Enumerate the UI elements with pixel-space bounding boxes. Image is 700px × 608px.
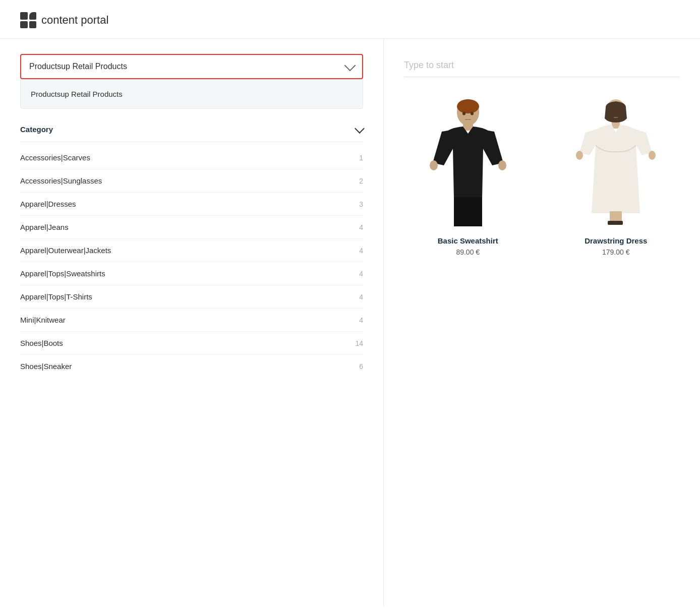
- right-panel: Basic Sweatshirt 89.00 €: [383, 39, 700, 606]
- svg-rect-16: [615, 211, 622, 222]
- product-name-1: Basic Sweatshirt: [438, 236, 498, 245]
- category-chevron-icon: [355, 124, 365, 134]
- logo-sq-2: [29, 12, 37, 20]
- category-item[interactable]: Apparel|Outerwear|Jackets 4: [20, 239, 363, 262]
- logo-sq-1: [20, 12, 28, 20]
- logo-icon: [20, 12, 36, 28]
- category-item[interactable]: Accessories|Scarves 1: [20, 146, 363, 169]
- svg-rect-18: [615, 221, 623, 225]
- category-item-count: 2: [359, 177, 363, 185]
- product-card[interactable]: Basic Sweatshirt 89.00 €: [404, 97, 532, 256]
- logo-sq-4: [29, 21, 37, 29]
- search-input[interactable]: [404, 54, 680, 77]
- category-item[interactable]: Apparel|Tops|Sweatshirts 4: [20, 262, 363, 285]
- category-item-count: 4: [359, 316, 363, 324]
- svg-point-9: [471, 112, 474, 115]
- svg-point-19: [612, 111, 614, 114]
- svg-point-4: [498, 160, 506, 170]
- category-list: Accessories|Scarves 1 Accessories|Sungla…: [20, 146, 363, 378]
- svg-point-3: [430, 160, 438, 170]
- category-item-label: Accessories|Sunglasses: [20, 176, 102, 185]
- logo-sq-3: [20, 21, 28, 29]
- category-item-count: 4: [359, 223, 363, 231]
- category-item-label: Apparel|Jeans: [20, 223, 69, 231]
- category-item[interactable]: Accessories|Sunglasses 2: [20, 169, 363, 193]
- svg-point-14: [649, 151, 656, 160]
- category-item[interactable]: Apparel|Tops|T-Shirts 4: [20, 285, 363, 309]
- logo-text: content portal: [41, 14, 108, 27]
- svg-rect-6: [454, 208, 467, 226]
- category-item[interactable]: Apparel|Dresses 3: [20, 193, 363, 216]
- category-item-count: 4: [359, 270, 363, 278]
- category-item-count: 4: [359, 293, 363, 301]
- category-item-label: Apparel|Tops|T-Shirts: [20, 292, 92, 301]
- product-name-2: Drawstring Dress: [585, 236, 647, 245]
- category-item-count: 14: [355, 339, 363, 347]
- product-image-1: [418, 97, 518, 228]
- category-item-count: 6: [359, 362, 363, 371]
- category-item[interactable]: Mini|Knitwear 4: [20, 309, 363, 332]
- svg-point-1: [457, 99, 479, 113]
- dropdown-menu-item[interactable]: Productsup Retail Products: [21, 84, 363, 104]
- category-item-count: 3: [359, 200, 363, 208]
- category-header[interactable]: Category: [20, 121, 363, 142]
- category-item-count: 1: [359, 154, 363, 162]
- category-item[interactable]: Apparel|Jeans 4: [20, 216, 363, 239]
- left-panel: Productsup Retail Products Productsup Re…: [0, 39, 383, 606]
- product-price-2: 179.00 €: [602, 248, 630, 256]
- category-item-count: 4: [359, 247, 363, 255]
- logo-container: content portal: [20, 12, 108, 28]
- svg-point-20: [618, 111, 620, 114]
- category-item-label: Shoes|Sneaker: [20, 362, 72, 371]
- category-item-label: Apparel|Dresses: [20, 200, 76, 208]
- category-section: Category Accessories|Scarves 1 Accessori…: [20, 121, 363, 378]
- chevron-down-icon: [344, 60, 356, 72]
- category-item-label: Shoes|Boots: [20, 339, 63, 347]
- category-item-label: Mini|Knitwear: [20, 316, 66, 324]
- svg-rect-17: [608, 221, 616, 225]
- product-card[interactable]: Drawstring Dress 179.00 €: [552, 97, 680, 256]
- svg-point-8: [462, 112, 465, 115]
- main-layout: Productsup Retail Products Productsup Re…: [0, 39, 700, 606]
- feed-dropdown-selected: Productsup Retail Products: [29, 62, 127, 71]
- category-item[interactable]: Shoes|Boots 14: [20, 332, 363, 355]
- product-image-2: [565, 97, 666, 228]
- dropdown-menu: Productsup Retail Products: [20, 79, 363, 109]
- category-item[interactable]: Shoes|Sneaker 6: [20, 355, 363, 378]
- search-input-container: [404, 54, 680, 77]
- category-item-label: Accessories|Scarves: [20, 153, 90, 162]
- svg-point-13: [576, 151, 583, 160]
- svg-rect-7: [469, 208, 482, 226]
- category-item-label: Apparel|Outerwear|Jackets: [20, 246, 111, 255]
- feed-dropdown[interactable]: Productsup Retail Products: [20, 54, 363, 79]
- header: content portal: [0, 0, 700, 39]
- category-item-label: Apparel|Tops|Sweatshirts: [20, 269, 105, 278]
- products-grid: Basic Sweatshirt 89.00 €: [404, 97, 680, 256]
- product-price-1: 89.00 €: [456, 248, 480, 256]
- category-title: Category: [20, 125, 53, 134]
